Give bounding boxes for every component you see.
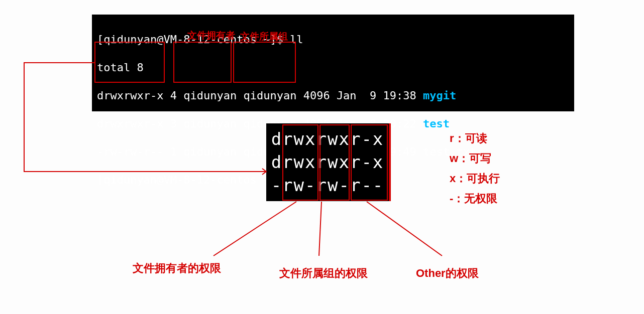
owner-column-box: [173, 42, 232, 83]
other-perm-label: Other的权限: [416, 266, 479, 281]
other-perm-col-box: [351, 124, 388, 201]
group-perm-col-box: [319, 124, 350, 201]
group-column-box: [233, 42, 296, 83]
legend-x: x：可执行: [450, 169, 500, 189]
legend-r: r：可读: [450, 128, 500, 148]
svg-line-1: [319, 202, 321, 256]
legend-dash: -：无权限: [450, 189, 500, 209]
svg-line-2: [367, 202, 442, 256]
owner-perm-col-box: [282, 124, 318, 201]
legend-w: w：可写: [450, 148, 500, 169]
ls-row-0: drwxrwxr-x 4 qidunyan qidunyan 4096 Jan …: [97, 89, 569, 103]
prompt-line-1: [qidunyan@VM-8-12-centos ~]$ ll: [97, 33, 569, 47]
permission-legend: r：可读 w：可写 x：可执行 -：无权限: [450, 128, 500, 209]
svg-line-0: [213, 202, 296, 256]
perm-column-box: [94, 42, 165, 83]
owner-label: 文件拥有者: [187, 29, 235, 42]
owner-perm-label: 文件拥有者的权限: [133, 261, 221, 276]
group-perm-label: 文件所属组的权限: [279, 266, 368, 281]
total-line: total 8: [97, 61, 569, 75]
group-label: 文件所属组: [240, 30, 288, 43]
